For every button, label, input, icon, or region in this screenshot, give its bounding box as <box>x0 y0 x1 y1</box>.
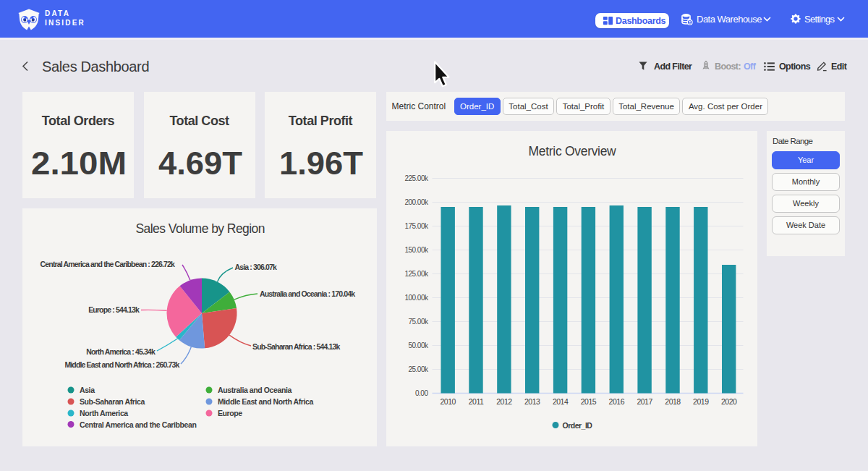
svg-text:Middle East and North Africa: Middle East and North Africa <box>218 397 313 406</box>
svg-text:Central America and the Caribb: Central America and the Caribbean : 226.… <box>41 260 175 268</box>
svg-text:125.00k: 125.00k <box>404 270 429 278</box>
svg-text:2010: 2010 <box>440 396 456 405</box>
svg-text:Sub-Saharan Africa: Sub-Saharan Africa <box>80 397 145 406</box>
svg-text:Metric Overview: Metric Overview <box>528 143 616 158</box>
svg-text:2019: 2019 <box>693 396 709 405</box>
svg-text:100.00k: 100.00k <box>404 294 429 302</box>
svg-text:2017: 2017 <box>637 396 652 405</box>
svg-text:2018: 2018 <box>665 396 681 405</box>
svg-text:Sub-Saharan Africa : 544.13k: Sub-Saharan Africa : 544.13k <box>252 342 341 351</box>
svg-text:2020: 2020 <box>721 396 737 405</box>
svg-text:North America: North America <box>80 409 128 417</box>
svg-text:Asia : 306.07k: Asia : 306.07k <box>235 263 278 271</box>
svg-text:Middle East and North Africa :: Middle East and North Africa : 260.73k <box>64 360 179 369</box>
svg-text:175.00k: 175.00k <box>404 222 429 230</box>
svg-text:Central America and the Caribb: Central America and the Caribbean <box>80 420 196 429</box>
svg-text:Europe: Europe <box>218 409 242 417</box>
svg-text:2011: 2011 <box>468 396 483 405</box>
svg-text:2012: 2012 <box>496 396 512 405</box>
svg-text:0.00: 0.00 <box>415 389 428 397</box>
svg-text:Order_ID: Order_ID <box>562 420 592 429</box>
svg-text:2014: 2014 <box>552 396 568 405</box>
svg-text:200.00k: 200.00k <box>404 198 429 206</box>
svg-text:Asia: Asia <box>80 386 95 394</box>
svg-text:225.00k: 225.00k <box>404 174 429 182</box>
svg-text:Australia and Oceania : 170.04: Australia and Oceania : 170.04k <box>260 289 355 298</box>
svg-text:2016: 2016 <box>608 396 624 405</box>
svg-text:Europe : 544.13k: Europe : 544.13k <box>88 305 140 314</box>
svg-text:Sales Volume by Region: Sales Volume by Region <box>135 221 265 236</box>
svg-text:75.00k: 75.00k <box>408 318 429 326</box>
svg-text:Australia and Oceania: Australia and Oceania <box>218 386 292 394</box>
svg-text:25.00k: 25.00k <box>408 365 429 373</box>
svg-text:North America : 45.34k: North America : 45.34k <box>86 347 156 356</box>
svg-text:2015: 2015 <box>580 396 596 405</box>
svg-text:150.00k: 150.00k <box>404 246 429 254</box>
svg-text:2013: 2013 <box>524 396 540 405</box>
svg-text:50.00k: 50.00k <box>408 341 429 349</box>
